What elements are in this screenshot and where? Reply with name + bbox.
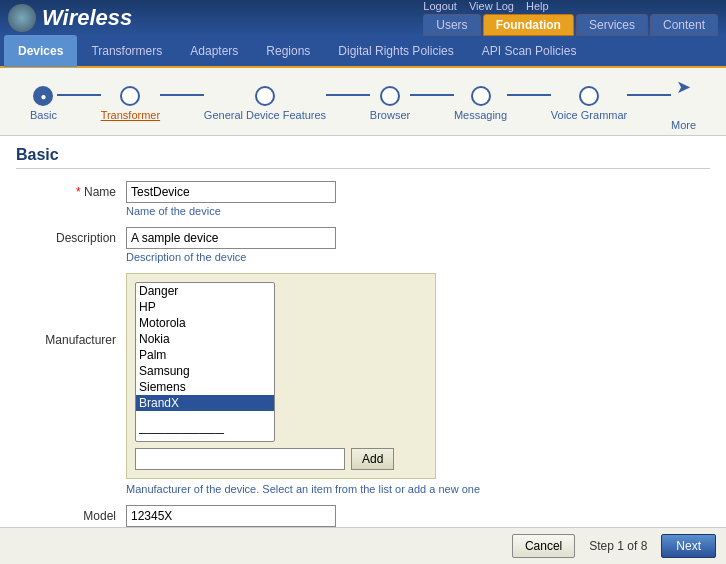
mfr-siemens[interactable]: Siemens	[136, 379, 274, 395]
nav-api-scan[interactable]: API Scan Policies	[468, 35, 591, 67]
cancel-button[interactable]: Cancel	[512, 534, 575, 558]
step-label-browser: Browser	[370, 109, 410, 121]
name-label: * Name	[16, 181, 126, 199]
add-manufacturer-input[interactable]	[135, 448, 345, 470]
wizard-step-general[interactable]: General Device Features	[204, 86, 326, 121]
step-circle-transformer	[120, 86, 140, 106]
add-manufacturer-button[interactable]: Add	[351, 448, 394, 470]
name-required: *	[76, 185, 81, 199]
top-nav-foundation[interactable]: Foundation	[483, 14, 574, 36]
name-label-text: Name	[84, 185, 116, 199]
name-hint: Name of the device	[126, 205, 336, 217]
logout-link[interactable]: Logout	[423, 0, 457, 12]
name-row: * Name Name of the device	[16, 181, 710, 217]
manufacturer-box: Danger HP Motorola Nokia Palm Samsung Si…	[126, 273, 436, 479]
step-circle-basic: ●	[33, 86, 53, 106]
top-nav-tabs: Users Foundation Services Content	[423, 14, 718, 36]
add-manufacturer-row: Add	[135, 448, 427, 470]
description-label: Description	[16, 227, 126, 245]
mfr-danger[interactable]: Danger	[136, 283, 274, 299]
wizard-step-browser[interactable]: Browser	[370, 86, 410, 121]
nav-devices[interactable]: Devices	[4, 35, 77, 67]
connector-1	[57, 94, 101, 96]
next-button[interactable]: Next	[661, 534, 716, 558]
description-row: Description Description of the device	[16, 227, 710, 263]
manufacturer-list[interactable]: Danger HP Motorola Nokia Palm Samsung Si…	[135, 282, 275, 442]
name-field: Name of the device	[126, 181, 336, 217]
wizard-row: ● Basic Transformer General Device Featu…	[10, 76, 716, 131]
top-nav-services[interactable]: Services	[576, 14, 648, 36]
section-title: Basic	[16, 146, 710, 169]
top-nav-content[interactable]: Content	[650, 14, 718, 36]
wizard-steps: ● Basic Transformer General Device Featu…	[0, 68, 726, 136]
mfr-nokia[interactable]: Nokia	[136, 331, 274, 347]
step-label-messaging: Messaging	[454, 109, 507, 121]
wizard-step-messaging[interactable]: Messaging	[454, 86, 507, 121]
wizard-step-basic[interactable]: ● Basic	[30, 86, 57, 121]
top-bar: Wireless Logout View Log Help Users Foun…	[0, 0, 726, 36]
mfr-motorola[interactable]: Motorola	[136, 315, 274, 331]
nav-adapters[interactable]: Adapters	[176, 35, 252, 67]
mfr-blank[interactable]	[136, 411, 274, 425]
step-circle-browser	[380, 86, 400, 106]
top-bar-right: Logout View Log Help Users Foundation Se…	[423, 0, 718, 36]
step-label-general: General Device Features	[204, 109, 326, 121]
connector-2	[160, 94, 204, 96]
description-input[interactable]	[126, 227, 336, 249]
manufacturer-row: Manufacturer Danger HP Motorola Nokia Pa…	[16, 273, 710, 495]
nav-digital-rights[interactable]: Digital Rights Policies	[324, 35, 467, 67]
connector-3	[326, 94, 370, 96]
wizard-step-more[interactable]: ➤ More	[671, 76, 696, 131]
description-hint: Description of the device	[126, 251, 336, 263]
mfr-line: ──────────	[136, 425, 274, 441]
step-label-voice: Voice Grammar	[551, 109, 627, 121]
step-circle-voice	[579, 86, 599, 106]
step-circle-messaging	[471, 86, 491, 106]
manufacturer-hint: Manufacturer of the device. Select an it…	[126, 483, 480, 495]
nav-transformers[interactable]: Transformers	[77, 35, 176, 67]
mfr-palm[interactable]: Palm	[136, 347, 274, 363]
step-label-basic: Basic	[30, 109, 57, 121]
mfr-brandx[interactable]: BrandX	[136, 395, 274, 411]
wizard-step-transformer[interactable]: Transformer	[101, 86, 161, 121]
top-nav-users[interactable]: Users	[423, 14, 480, 36]
model-label: Model	[16, 505, 126, 523]
mfr-hp[interactable]: HP	[136, 299, 274, 315]
mfr-samsung[interactable]: Samsung	[136, 363, 274, 379]
top-links: Logout View Log Help	[423, 0, 548, 12]
help-link[interactable]: Help	[526, 0, 549, 12]
manufacturer-label: Manufacturer	[16, 273, 126, 347]
step-circle-general	[255, 86, 275, 106]
wizard-step-voice[interactable]: Voice Grammar	[551, 86, 627, 121]
description-field: Description of the device	[126, 227, 336, 263]
more-arrow: ➤	[676, 76, 691, 98]
bottom-bar: Cancel Step 1 of 8 Next	[0, 527, 726, 561]
step-label-more: More	[671, 119, 696, 131]
connector-5	[507, 94, 551, 96]
logo-icon	[8, 4, 36, 32]
connector-4	[410, 94, 454, 96]
manufacturer-field: Danger HP Motorola Nokia Palm Samsung Si…	[126, 273, 480, 495]
app-logo: Wireless	[8, 4, 132, 32]
name-input[interactable]	[126, 181, 336, 203]
app-title: Wireless	[42, 5, 132, 31]
nav-regions[interactable]: Regions	[252, 35, 324, 67]
step-info: Step 1 of 8	[581, 535, 655, 557]
connector-6	[627, 94, 671, 96]
model-input[interactable]	[126, 505, 336, 527]
second-nav: Devices Transformers Adapters Regions Di…	[0, 36, 726, 68]
content-area: Basic * Name Name of the device Descript…	[0, 136, 726, 561]
view-log-link[interactable]: View Log	[469, 0, 514, 12]
step-label-transformer: Transformer	[101, 109, 161, 121]
